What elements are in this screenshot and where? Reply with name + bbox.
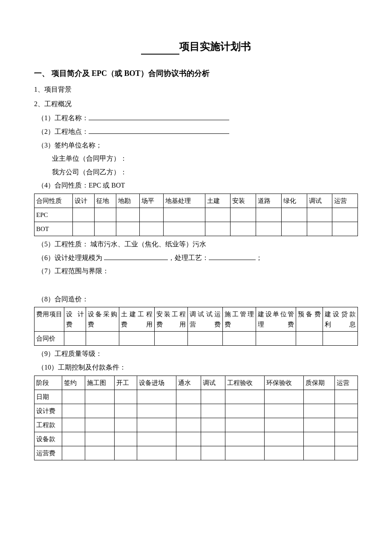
table-row: 工程款 xyxy=(35,418,358,432)
cell[interactable] xyxy=(256,208,282,222)
cell[interactable] xyxy=(265,418,304,432)
cell[interactable] xyxy=(119,332,154,346)
cell[interactable] xyxy=(335,446,358,460)
cell[interactable] xyxy=(304,432,335,446)
cell[interactable] xyxy=(62,390,85,404)
section-1-heading: 一、 项目简介及 EPC（或 BOT）合同协议书的分析 xyxy=(34,67,358,80)
cell[interactable] xyxy=(154,332,187,346)
cell[interactable] xyxy=(307,222,332,236)
cell[interactable] xyxy=(114,418,137,432)
cell[interactable] xyxy=(62,446,85,460)
cell[interactable] xyxy=(205,208,231,222)
sub-8: （8）合同造价： xyxy=(37,294,358,305)
cell[interactable] xyxy=(62,404,85,418)
cell[interactable] xyxy=(265,432,304,446)
table-row: 运营费 xyxy=(35,446,358,460)
cell[interactable] xyxy=(137,432,176,446)
cell[interactable] xyxy=(225,432,265,446)
cell[interactable] xyxy=(94,222,116,236)
cell[interactable] xyxy=(307,208,332,222)
cell[interactable] xyxy=(205,222,231,236)
cell[interactable] xyxy=(231,208,256,222)
cell[interactable] xyxy=(163,208,205,222)
cell[interactable] xyxy=(265,446,304,460)
cell[interactable] xyxy=(225,390,265,404)
cell[interactable] xyxy=(137,404,176,418)
cell[interactable] xyxy=(281,222,307,236)
cell[interactable] xyxy=(114,446,137,460)
cell[interactable] xyxy=(85,404,114,418)
cell[interactable] xyxy=(140,222,163,236)
cell[interactable] xyxy=(332,222,358,236)
cell[interactable] xyxy=(62,432,85,446)
cell[interactable] xyxy=(335,404,358,418)
cell[interactable] xyxy=(163,222,205,236)
cell[interactable] xyxy=(176,418,201,432)
cell[interactable] xyxy=(72,208,94,222)
cell[interactable] xyxy=(62,418,85,432)
field-process[interactable] xyxy=(209,253,256,260)
cell[interactable] xyxy=(94,208,116,222)
cell[interactable] xyxy=(137,446,176,460)
cell[interactable] xyxy=(265,404,304,418)
cell[interactable] xyxy=(256,222,282,236)
cell[interactable] xyxy=(225,404,265,418)
th: 施工管理费 xyxy=(223,307,256,332)
cell[interactable] xyxy=(85,446,114,460)
th: 签约 xyxy=(62,376,85,390)
cell[interactable] xyxy=(116,208,139,222)
cell[interactable] xyxy=(86,332,119,346)
cell[interactable] xyxy=(116,222,139,236)
th: 道路 xyxy=(256,194,282,208)
cell[interactable] xyxy=(304,390,335,404)
cell[interactable] xyxy=(114,390,137,404)
cell[interactable] xyxy=(176,390,201,404)
cell[interactable] xyxy=(85,418,114,432)
cell[interactable] xyxy=(304,404,335,418)
cell: EPC xyxy=(35,208,73,222)
cell[interactable] xyxy=(137,418,176,432)
cell[interactable] xyxy=(225,446,265,460)
cell[interactable] xyxy=(140,208,163,222)
field-project-location[interactable] xyxy=(89,127,229,134)
cell[interactable] xyxy=(332,208,358,222)
sub-5: （5）工程性质： 城市污水、工业（焦化、纸业等）污水 xyxy=(37,239,358,250)
sub-3a: 业主单位（合同甲方）： xyxy=(37,153,358,164)
cell[interactable] xyxy=(187,332,222,346)
cell[interactable] xyxy=(201,418,225,432)
cell[interactable] xyxy=(281,208,307,222)
cell[interactable] xyxy=(265,390,304,404)
cell[interactable] xyxy=(201,446,225,460)
cell[interactable] xyxy=(114,432,137,446)
cell[interactable] xyxy=(323,332,357,346)
cell[interactable] xyxy=(335,390,358,404)
cell[interactable] xyxy=(85,390,114,404)
cell[interactable] xyxy=(201,432,225,446)
cell[interactable] xyxy=(304,446,335,460)
th: 预备费 xyxy=(296,307,323,332)
cell[interactable] xyxy=(296,332,323,346)
cell[interactable] xyxy=(201,404,225,418)
title-blank[interactable] xyxy=(141,43,179,55)
cell[interactable] xyxy=(335,432,358,446)
cell[interactable] xyxy=(304,418,335,432)
cell[interactable] xyxy=(176,404,201,418)
cell[interactable] xyxy=(72,222,94,236)
cell[interactable] xyxy=(64,332,86,346)
field-design-scale[interactable] xyxy=(104,253,168,260)
cell[interactable] xyxy=(137,390,176,404)
cell[interactable] xyxy=(231,222,256,236)
cell[interactable] xyxy=(114,404,137,418)
cell[interactable] xyxy=(201,390,225,404)
field-project-name[interactable] xyxy=(89,113,229,120)
table-row: 设计费 xyxy=(35,404,358,418)
cell[interactable] xyxy=(176,446,201,460)
cell[interactable] xyxy=(335,418,358,432)
sub-7: （7）工程范围与界限： xyxy=(37,266,358,277)
cell[interactable] xyxy=(225,418,265,432)
cell[interactable] xyxy=(176,432,201,446)
th: 地基处理 xyxy=(163,194,205,208)
cell[interactable] xyxy=(223,332,256,346)
cell[interactable] xyxy=(85,432,114,446)
cell[interactable] xyxy=(256,332,296,346)
